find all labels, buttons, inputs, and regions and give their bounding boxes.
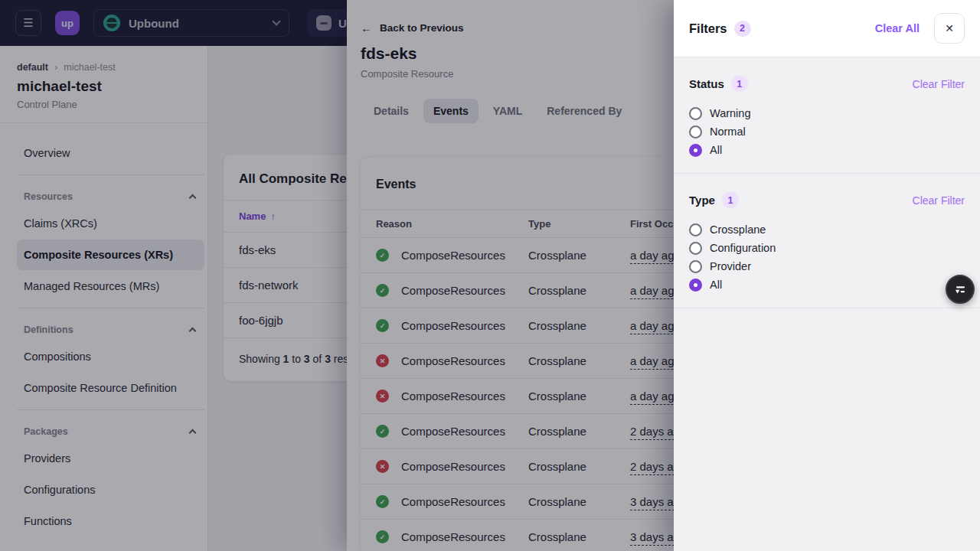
- close-icon: ✕: [945, 22, 954, 34]
- filter-fab[interactable]: [946, 275, 975, 304]
- radio-unchecked-icon: [689, 107, 702, 120]
- radio-option-normal[interactable]: Normal: [689, 122, 965, 141]
- filters-drawer: Filters 2 Clear All ✕ Status 1 Clear Fil…: [674, 0, 980, 551]
- radio-unchecked-icon: [689, 242, 702, 255]
- filters-header: Filters 2 Clear All ✕: [674, 0, 980, 57]
- close-button[interactable]: ✕: [934, 13, 965, 44]
- filter-group-type: Type 1 Clear Filter CrossplaneConfigurat…: [674, 174, 980, 308]
- filter-group-title: Type: [689, 194, 715, 207]
- radio-option-configuration[interactable]: Configuration: [689, 239, 965, 257]
- radio-group-type: CrossplaneConfigurationProviderAll: [689, 220, 965, 294]
- radio-option-warning[interactable]: Warning: [689, 104, 965, 122]
- radio-group-status: WarningNormalAll: [689, 104, 965, 159]
- filter-group-header: Type 1 Clear Filter: [689, 192, 965, 208]
- filter-list-icon: [952, 282, 968, 297]
- filter-group-title: Status: [689, 77, 724, 90]
- radio-unchecked-icon: [689, 126, 702, 139]
- radio-label: Warning: [710, 107, 750, 119]
- radio-label: Normal: [710, 126, 746, 138]
- filter-count-badge: 1: [722, 192, 739, 208]
- app-window: ☰ up Upbound U default › michael-test mi…: [0, 0, 980, 551]
- radio-label: Configuration: [710, 242, 776, 254]
- filter-group-status: Status 1 Clear Filter WarningNormalAll: [674, 57, 980, 174]
- radio-option-provider[interactable]: Provider: [689, 257, 965, 276]
- radio-option-all[interactable]: All: [689, 141, 965, 159]
- radio-checked-icon: [689, 144, 702, 157]
- filters-title: Filters: [689, 21, 727, 36]
- radio-unchecked-icon: [689, 260, 702, 273]
- clear-filter-button[interactable]: Clear Filter: [913, 78, 965, 90]
- clear-filter-button[interactable]: Clear Filter: [913, 194, 965, 207]
- clear-all-button[interactable]: Clear All: [875, 22, 920, 34]
- radio-option-all[interactable]: All: [689, 276, 965, 294]
- radio-label: All: [710, 279, 722, 291]
- filter-group-header: Status 1 Clear Filter: [689, 76, 965, 92]
- filter-count-badge: 1: [731, 76, 748, 92]
- filters-count-badge: 2: [734, 21, 751, 37]
- radio-label: Crossplane: [710, 223, 766, 236]
- radio-unchecked-icon: [689, 223, 702, 236]
- radio-label: All: [710, 144, 722, 156]
- radio-option-crossplane[interactable]: Crossplane: [689, 220, 965, 239]
- radio-label: Provider: [710, 260, 751, 272]
- radio-checked-icon: [689, 279, 702, 292]
